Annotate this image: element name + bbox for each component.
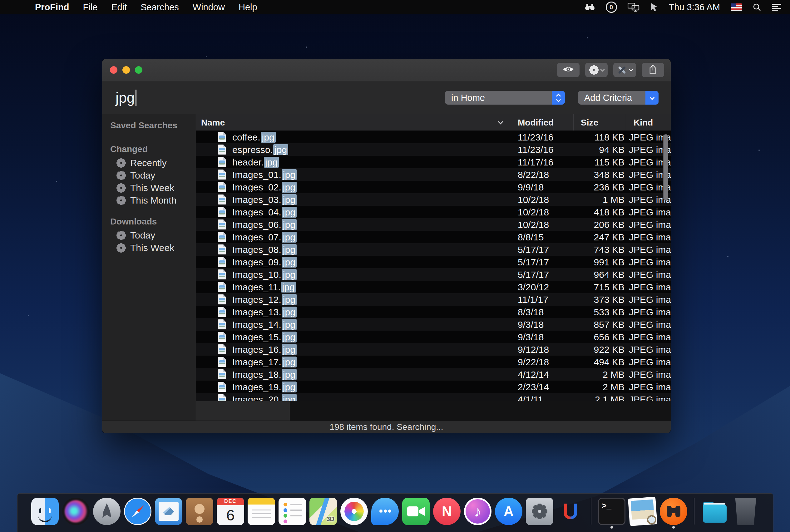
column-header-size[interactable]: Size bbox=[581, 118, 598, 128]
table-header: Name Modified Size Kind bbox=[196, 114, 671, 131]
sort-indicator-icon[interactable] bbox=[498, 119, 503, 125]
terminal-app-icon[interactable]: >_ bbox=[598, 498, 625, 525]
profind-app-icon[interactable] bbox=[660, 498, 687, 525]
table-row[interactable]: Images_20.jpg 4/1/11 2.1 MB JPEG image bbox=[196, 393, 671, 401]
calendar-month-text: DEC bbox=[217, 498, 244, 505]
file-size: 236 KB bbox=[594, 182, 624, 193]
table-row[interactable]: header.jpg 11/17/16 115 KB JPEG image bbox=[196, 156, 671, 168]
reminders-app-icon[interactable] bbox=[279, 498, 306, 525]
maps-app-icon[interactable]: 3D bbox=[309, 498, 337, 525]
search-match-highlight: jpg bbox=[264, 157, 279, 168]
table-row[interactable]: Images_08.jpg 5/17/17 743 KB JPEG image bbox=[196, 243, 671, 256]
menu-app-name[interactable]: ProFind bbox=[28, 2, 76, 13]
table-row[interactable]: Images_04.jpg 10/2/18 418 KB JPEG image bbox=[196, 206, 671, 218]
messages-app-icon[interactable] bbox=[371, 498, 399, 525]
contacts-app-icon[interactable] bbox=[186, 498, 213, 525]
downloads-folder-app-icon[interactable] bbox=[701, 498, 729, 525]
news-app-icon[interactable]: N bbox=[433, 498, 460, 525]
binoculars-icon[interactable] bbox=[585, 2, 595, 12]
menu-file[interactable]: File bbox=[76, 2, 105, 13]
zero-badge-icon[interactable]: 0 bbox=[606, 2, 617, 13]
sidebar-item-this-week[interactable]: This Week bbox=[102, 182, 196, 194]
calendar-app-icon[interactable]: DEC6 bbox=[217, 498, 244, 525]
add-criteria-button[interactable]: Add Criteria bbox=[578, 91, 659, 104]
sidebar-item-label: This Week bbox=[130, 243, 174, 253]
sidebar-item-today[interactable]: Today bbox=[102, 169, 196, 182]
app-store-app-icon[interactable]: A bbox=[495, 498, 522, 525]
zoom-button[interactable] bbox=[135, 66, 143, 74]
table-row[interactable]: Images_15.jpg 9/3/18 656 KB JPEG image bbox=[196, 330, 671, 343]
table-row[interactable]: Images_07.jpg 8/8/15 247 KB JPEG image bbox=[196, 231, 671, 243]
menu-clock[interactable]: Thu 3:36 AM bbox=[669, 2, 720, 13]
file-size: 743 KB bbox=[594, 245, 624, 255]
table-row[interactable]: Images_01.jpg 8/22/18 348 KB JPEG image bbox=[196, 168, 671, 181]
menu-searches[interactable]: Searches bbox=[134, 2, 186, 13]
sidebar-item-this-month[interactable]: This Month bbox=[102, 194, 196, 207]
search-scope-popup[interactable]: in Home bbox=[445, 91, 565, 104]
table-row[interactable]: coffee.jpg 11/23/16 118 KB JPEG image bbox=[196, 131, 671, 143]
table-row[interactable]: Images_19.jpg 2/23/14 2 MB JPEG image bbox=[196, 381, 671, 393]
jpeg-file-icon bbox=[218, 382, 226, 392]
minimize-button[interactable] bbox=[123, 66, 130, 74]
itunes-app-icon[interactable]: ♪ bbox=[464, 498, 491, 525]
photos-app-icon[interactable] bbox=[340, 498, 368, 525]
system-preferences-app-icon[interactable] bbox=[526, 498, 553, 525]
file-modified: 5/17/17 bbox=[518, 257, 549, 268]
file-modified: 10/2/18 bbox=[518, 207, 549, 217]
file-modified: 11/1/17 bbox=[518, 294, 548, 305]
table-row[interactable]: Images_13.jpg 8/3/18 533 KB JPEG image bbox=[196, 306, 671, 318]
safari-app-icon[interactable] bbox=[124, 498, 151, 525]
table-row[interactable]: Images_12.jpg 11/1/17 373 KB JPEG image bbox=[196, 293, 671, 306]
table-row[interactable]: Images_18.jpg 4/12/14 2 MB JPEG image bbox=[196, 368, 671, 381]
file-modified: 9/9/18 bbox=[518, 182, 544, 193]
title-bar[interactable] bbox=[102, 59, 671, 81]
column-header-modified[interactable]: Modified bbox=[518, 118, 553, 128]
siri-app-icon[interactable] bbox=[62, 498, 90, 525]
vertical-scrollbar[interactable] bbox=[663, 134, 668, 201]
trash-app-icon[interactable] bbox=[732, 498, 759, 525]
table-row[interactable]: Images_17.jpg 9/22/18 494 KB JPEG image bbox=[196, 356, 671, 368]
menu-bar: ProFind File Edit Searches Window Help 0… bbox=[0, 0, 790, 14]
table-row[interactable]: Images_14.jpg 9/3/18 857 KB JPEG image bbox=[196, 318, 671, 330]
table-row[interactable]: Images_03.jpg 10/2/18 1 MB JPEG image bbox=[196, 193, 671, 206]
facetime-app-icon[interactable] bbox=[402, 498, 430, 525]
table-row[interactable]: espresso.jpg 11/23/16 94 KB JPEG image bbox=[196, 143, 671, 156]
menu-edit[interactable]: Edit bbox=[104, 2, 134, 13]
launchpad-app-icon[interactable] bbox=[93, 498, 120, 525]
us-flag-icon[interactable] bbox=[731, 3, 742, 11]
close-button[interactable] bbox=[110, 66, 117, 74]
table-row[interactable]: Images_16.jpg 9/12/18 922 KB JPEG image bbox=[196, 343, 671, 356]
column-header-kind[interactable]: Kind bbox=[634, 118, 653, 128]
table-row[interactable]: Images_06.jpg 10/2/18 206 KB JPEG image bbox=[196, 218, 671, 231]
chevron-down-icon bbox=[600, 68, 604, 72]
table-row[interactable]: Images_02.jpg 9/9/18 236 KB JPEG image bbox=[196, 181, 671, 193]
finder-app-icon[interactable] bbox=[31, 498, 59, 525]
menu-help[interactable]: Help bbox=[232, 2, 264, 13]
mail-app-icon[interactable] bbox=[155, 498, 182, 525]
spotlight-icon[interactable] bbox=[753, 2, 761, 12]
search-match-highlight: jpg bbox=[282, 294, 297, 305]
magnet-app-icon[interactable]: U bbox=[557, 498, 584, 525]
column-header-name[interactable]: Name bbox=[201, 118, 225, 128]
sidebar-item-recently[interactable]: Recently bbox=[102, 157, 196, 169]
file-size: 206 KB bbox=[594, 220, 624, 230]
quick-look-button[interactable] bbox=[557, 63, 580, 77]
search-match-highlight: jpg bbox=[282, 169, 297, 180]
cursor-icon[interactable] bbox=[650, 2, 658, 12]
table-row[interactable]: Images_09.jpg 5/17/17 991 KB JPEG image bbox=[196, 256, 671, 268]
tools-menu-button[interactable] bbox=[613, 63, 636, 77]
search-match-highlight: jpg bbox=[282, 182, 297, 193]
table-row[interactable]: Images_11.jpg 3/20/12 715 KB JPEG image bbox=[196, 281, 671, 293]
sidebar-item-downloads-this-week[interactable]: This Week bbox=[102, 242, 196, 254]
action-menu-button[interactable] bbox=[585, 63, 608, 77]
notification-center-icon[interactable] bbox=[772, 4, 781, 11]
sidebar-item-downloads-today[interactable]: Today bbox=[102, 229, 196, 242]
search-input[interactable]: jpg bbox=[115, 89, 136, 106]
photo-viewer-app-icon[interactable] bbox=[628, 497, 657, 526]
menu-window[interactable]: Window bbox=[186, 2, 232, 13]
share-button[interactable] bbox=[642, 63, 664, 77]
notes-app-icon[interactable] bbox=[248, 498, 275, 525]
sidebar-item-label: Today bbox=[130, 170, 155, 181]
displays-icon[interactable] bbox=[628, 2, 639, 12]
table-row[interactable]: Images_10.jpg 5/17/17 964 KB JPEG image bbox=[196, 268, 671, 281]
